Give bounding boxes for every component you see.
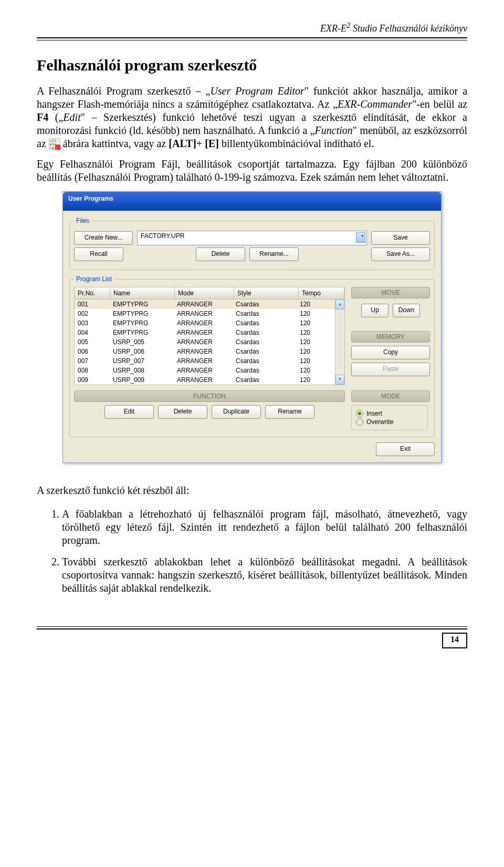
table-row[interactable]: 002EMPTYPRGARRANGERCsardas120 [75,309,335,318]
table-row[interactable]: 006USRP_006ARRANGERCsardas120 [75,347,335,356]
paragraph-1: A Felhasználói Program szerkesztő – „Use… [37,85,467,150]
mode-panel-head: MODE [351,390,430,402]
cell-prno: 004 [75,328,110,337]
cell-style: Csardas [233,356,297,366]
table-row[interactable]: 001EMPTYPRGARRANGERCsardas120 [75,300,335,309]
cell-prno: 001 [75,300,110,309]
scroll-up-icon[interactable]: ▴ [335,300,344,309]
after-paragraph: A szerkesztő funkció két részből áll: [37,484,467,497]
cell-name: EMPTYPRG [110,309,174,318]
fn-delete-button[interactable]: Delete [158,405,207,419]
move-up-button[interactable]: Up [361,304,388,317]
create-new-button[interactable]: Create New... [74,231,133,245]
header-sup: 2 [346,21,351,29]
cell-tempo: 120 [297,356,335,366]
cell-style: Csardas [233,375,297,385]
numbered-list: A főablakban a létrehozható új felhaszná… [37,508,467,595]
radio-insert[interactable]: Insert [356,410,423,417]
cell-tempo: 120 [297,300,335,309]
save-button[interactable]: Save [371,231,430,245]
cell-tempo: 120 [297,337,335,347]
table-row[interactable]: 007USRP_007ARRANGERCsardas120 [75,356,335,366]
cell-style: Csardas [233,366,297,375]
save-as-button[interactable]: Save As... [371,247,430,261]
duplicate-button[interactable]: Duplicate [212,405,261,419]
cell-name: USRP_006 [110,347,174,356]
col-header-prno[interactable]: Pr.No. [75,287,110,299]
cell-name: USRP_007 [110,356,174,366]
program-list-group: Program List Pr.No. Name Mode Style Temp… [69,275,435,437]
recall-button[interactable]: Recall [74,247,123,261]
header-divider [37,37,467,40]
header-prefix: EXR-E [320,23,346,34]
cell-tempo: 120 [297,375,335,385]
cell-mode: ARRANGER [174,309,233,318]
cell-style: Csardas [233,328,297,337]
memory-panel-head: MEMORY [351,331,430,343]
col-header-tempo[interactable]: Tempo [299,287,344,299]
cell-mode: ARRANGER [174,328,233,337]
move-down-button[interactable]: Down [393,304,420,317]
list-item: További szerkesztő ablakokban lehet a kü… [62,555,467,595]
cell-tempo: 120 [297,309,335,318]
dialog-titlebar[interactable]: User Programs [63,192,441,211]
scroll-track[interactable] [335,309,344,375]
files-delete-button[interactable]: Delete [196,247,245,261]
table-row[interactable]: 008USRP_008ARRANGERCsardas120 [75,366,335,375]
cell-mode: ARRANGER [174,356,233,366]
cell-style: Csardas [233,309,297,318]
table-body[interactable]: 001EMPTYPRGARRANGERCsardas120002EMPTYPRG… [74,299,345,385]
cell-style: Csardas [233,347,297,356]
col-header-name[interactable]: Name [110,287,175,299]
page-number: 14 [442,633,467,648]
file-select-value: FACTORY.UPR [141,232,184,240]
col-header-mode[interactable]: Mode [175,287,234,299]
cell-prno: 005 [75,337,110,347]
exit-button[interactable]: Exit [376,442,435,456]
table-row[interactable]: 004EMPTYPRGARRANGERCsardas120 [75,328,335,337]
table-row[interactable]: 003EMPTYPRGARRANGERCsardas120 [75,318,335,328]
cell-prno: 003 [75,318,110,328]
paste-button[interactable]: Paste [351,363,430,376]
dialog-title-text: User Programs [68,195,113,202]
cell-mode: ARRANGER [174,318,233,328]
table-row[interactable]: 005USRP_005ARRANGERCsardas120 [75,337,335,347]
scroll-down-icon[interactable]: ▾ [335,375,344,385]
cell-prno: 006 [75,347,110,356]
cell-prno: 007 [75,356,110,366]
col-header-style[interactable]: Style [234,287,299,299]
cell-name: EMPTYPRG [110,328,174,337]
radio-unchecked-icon [356,418,363,426]
cell-mode: ARRANGER [174,300,233,309]
cell-name: USRP_009 [110,375,174,385]
footer-divider [37,626,467,629]
cell-tempo: 120 [297,347,335,356]
table-header[interactable]: Pr.No. Name Mode Style Tempo [74,287,345,299]
cell-prno: 009 [75,375,110,385]
cell-mode: ARRANGER [174,366,233,375]
radio-checked-icon [356,410,363,417]
files-legend: Files [74,217,91,224]
table-row[interactable]: 009USRP_009ARRANGERCsardas120 [75,375,335,385]
copy-button[interactable]: Copy [351,346,430,359]
cell-prno: 002 [75,309,110,318]
scrollbar[interactable]: ▴ ▾ [335,300,344,385]
doc-header: EXR-E2 Studio Felhasználói kézikönyv [37,21,467,34]
cell-mode: ARRANGER [174,375,233,385]
move-panel-head: MOVE [351,287,430,298]
user-program-editor-icon: 1 2 34 5 67 8 9 [49,138,60,150]
radio-overwrite-label: Overwrite [366,418,393,426]
user-programs-dialog: User Programs Files Create New... FACTOR… [62,191,442,463]
fn-rename-button[interactable]: Rename [265,405,314,419]
files-rename-button[interactable]: Rename... [249,247,299,261]
cell-name: EMPTYPRG [110,300,174,309]
edit-button[interactable]: Edit [104,405,154,419]
proglist-legend: Program List [74,275,114,283]
file-select[interactable]: FACTORY.UPR [137,231,367,245]
cell-name: USRP_008 [110,366,174,375]
radio-overwrite[interactable]: Overwrite [356,418,423,426]
function-panel-head: FUNCTION [74,390,345,402]
paragraph-2: Egy Felhasználói Program Fájl, beállítás… [37,158,467,184]
cell-tempo: 120 [297,318,335,328]
cell-style: Csardas [233,318,297,328]
